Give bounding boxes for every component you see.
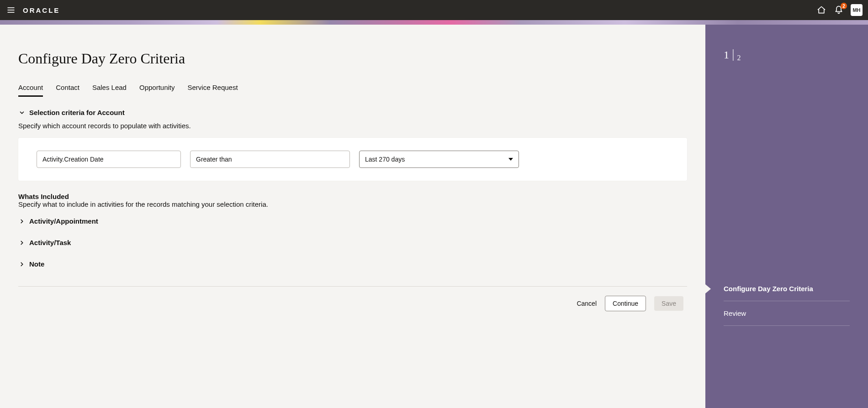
criteria-field-value: Activity.Creation Date [42, 156, 104, 163]
criteria-row: Activity.Creation Date Greater than Last… [18, 138, 687, 181]
chevron-down-icon [18, 109, 26, 116]
wizard-step-configure[interactable]: Configure Day Zero Criteria [724, 277, 850, 301]
chevron-right-icon [18, 218, 26, 225]
tab-service-request[interactable]: Service Request [188, 84, 238, 97]
wizard-step-review[interactable]: Review [724, 301, 850, 326]
selection-criteria-header: Selection criteria for Account [29, 109, 125, 116]
criteria-range-value: Last 270 days [365, 156, 405, 163]
tab-opportunity[interactable]: Opportunity [139, 84, 175, 97]
wizard-sidebar: 1 | 2 Configure Day Zero Criteria Review [705, 25, 868, 408]
current-step-number: 1 [724, 49, 729, 61]
notifications-icon[interactable]: 2 [832, 4, 845, 16]
criteria-operator-input[interactable]: Greater than [190, 151, 350, 168]
oracle-logo: ORACLE [23, 6, 60, 14]
chevron-right-icon [18, 261, 26, 268]
section-activity-task[interactable]: Activity/Task [18, 239, 687, 246]
tab-account[interactable]: Account [18, 84, 43, 97]
selection-criteria-description: Specify which account records to populat… [18, 122, 687, 130]
global-header: ORACLE 2 MH [0, 0, 868, 20]
footer-divider [18, 286, 687, 287]
page-title: Configure Day Zero Criteria [18, 50, 687, 67]
total-steps-number: 2 [737, 54, 741, 62]
notification-badge: 2 [841, 3, 847, 9]
continue-button[interactable]: Continue [605, 296, 646, 311]
whats-included-description: Specify what to include in activities fo… [18, 200, 687, 208]
section-label: Activity/Appointment [29, 217, 98, 225]
cancel-button[interactable]: Cancel [577, 300, 597, 307]
criteria-field-input[interactable]: Activity.Creation Date [37, 151, 181, 168]
selection-criteria-toggle[interactable]: Selection criteria for Account [18, 109, 687, 116]
section-activity-appointment[interactable]: Activity/Appointment [18, 217, 687, 225]
decorative-banner [0, 20, 868, 25]
section-label: Note [29, 260, 44, 268]
chevron-right-icon [18, 239, 26, 246]
caret-down-icon [508, 158, 513, 161]
criteria-operator-value: Greater than [196, 156, 232, 163]
section-note[interactable]: Note [18, 260, 687, 268]
tab-sales-lead[interactable]: Sales Lead [92, 84, 127, 97]
save-button: Save [654, 296, 683, 311]
menu-icon[interactable] [5, 5, 16, 16]
tab-contact[interactable]: Contact [56, 84, 79, 97]
whats-included-title: Whats Included [18, 193, 687, 200]
criteria-range-select[interactable]: Last 270 days [359, 151, 519, 168]
step-counter: 1 | 2 [705, 25, 868, 61]
section-label: Activity/Task [29, 239, 71, 246]
main-content: Configure Day Zero Criteria Account Cont… [0, 25, 705, 408]
wizard-steps-list: Configure Day Zero Criteria Review [705, 277, 868, 408]
step-separator: | [731, 47, 736, 61]
footer-actions: Cancel Continue Save [18, 296, 687, 316]
home-icon[interactable] [815, 4, 828, 16]
object-tabs: Account Contact Sales Lead Opportunity S… [18, 84, 687, 97]
avatar[interactable]: MH [851, 4, 863, 16]
